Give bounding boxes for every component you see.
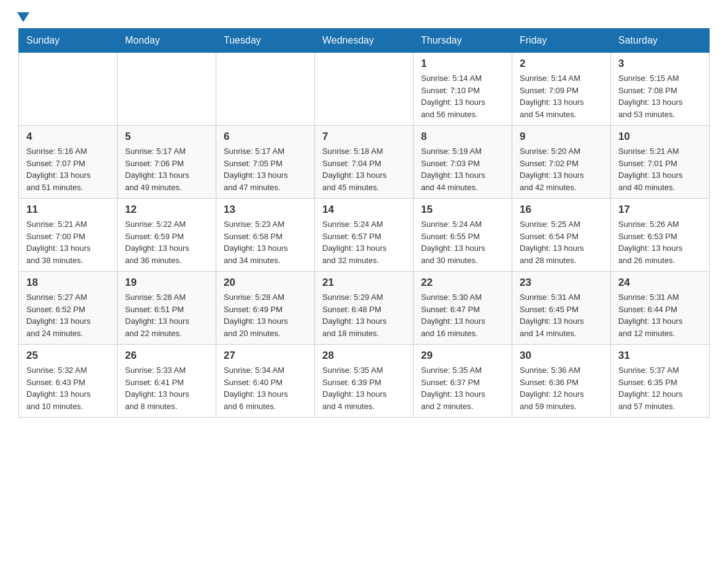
day-number: 17 [618,204,702,216]
day-number: 19 [125,277,208,289]
calendar-cell: 25Sunrise: 5:32 AM Sunset: 6:43 PM Dayli… [19,345,118,418]
day-info: Sunrise: 5:21 AM Sunset: 7:00 PM Dayligh… [26,218,110,266]
calendar-cell: 19Sunrise: 5:28 AM Sunset: 6:51 PM Dayli… [118,272,216,345]
day-info: Sunrise: 5:28 AM Sunset: 6:51 PM Dayligh… [125,291,208,339]
day-number: 1 [421,58,504,70]
day-info: Sunrise: 5:33 AM Sunset: 6:41 PM Dayligh… [125,364,208,412]
day-number: 29 [421,350,504,362]
day-number: 16 [520,204,603,216]
day-info: Sunrise: 5:32 AM Sunset: 6:43 PM Dayligh… [26,364,110,412]
calendar-week-row: 18Sunrise: 5:27 AM Sunset: 6:52 PM Dayli… [19,272,710,345]
day-info: Sunrise: 5:24 AM Sunset: 6:55 PM Dayligh… [421,218,504,266]
day-info: Sunrise: 5:18 AM Sunset: 7:04 PM Dayligh… [322,145,406,193]
weekday-header-monday: Monday [118,29,216,53]
calendar-cell [216,53,315,126]
day-info: Sunrise: 5:31 AM Sunset: 6:45 PM Dayligh… [520,291,603,339]
day-info: Sunrise: 5:15 AM Sunset: 7:08 PM Dayligh… [618,72,702,120]
day-number: 24 [618,277,702,289]
calendar-cell: 5Sunrise: 5:17 AM Sunset: 7:06 PM Daylig… [118,126,216,199]
day-number: 14 [322,204,406,216]
day-info: Sunrise: 5:30 AM Sunset: 6:47 PM Dayligh… [421,291,504,339]
weekday-header-wednesday: Wednesday [315,29,414,53]
calendar-cell: 21Sunrise: 5:29 AM Sunset: 6:48 PM Dayli… [315,272,414,345]
calendar-cell: 3Sunrise: 5:15 AM Sunset: 7:08 PM Daylig… [611,53,710,126]
day-number: 3 [618,58,702,70]
calendar-cell: 16Sunrise: 5:25 AM Sunset: 6:54 PM Dayli… [512,199,611,272]
day-number: 5 [125,131,208,143]
day-number: 27 [224,350,307,362]
day-info: Sunrise: 5:19 AM Sunset: 7:03 PM Dayligh… [421,145,504,193]
day-number: 11 [26,204,110,216]
day-info: Sunrise: 5:23 AM Sunset: 6:58 PM Dayligh… [224,218,307,266]
calendar-cell: 11Sunrise: 5:21 AM Sunset: 7:00 PM Dayli… [19,199,118,272]
calendar-cell: 18Sunrise: 5:27 AM Sunset: 6:52 PM Dayli… [19,272,118,345]
calendar-cell [118,53,216,126]
day-number: 23 [520,277,603,289]
day-number: 26 [125,350,208,362]
calendar-cell: 17Sunrise: 5:26 AM Sunset: 6:53 PM Dayli… [611,199,710,272]
day-info: Sunrise: 5:28 AM Sunset: 6:49 PM Dayligh… [224,291,307,339]
logo [18,12,29,22]
weekday-header-tuesday: Tuesday [216,29,315,53]
calendar-cell: 31Sunrise: 5:37 AM Sunset: 6:35 PM Dayli… [611,345,710,418]
header [18,12,710,22]
day-info: Sunrise: 5:21 AM Sunset: 7:01 PM Dayligh… [618,145,702,193]
day-info: Sunrise: 5:35 AM Sunset: 6:39 PM Dayligh… [322,364,406,412]
day-info: Sunrise: 5:20 AM Sunset: 7:02 PM Dayligh… [520,145,603,193]
calendar-cell: 1Sunrise: 5:14 AM Sunset: 7:10 PM Daylig… [414,53,512,126]
calendar-cell: 26Sunrise: 5:33 AM Sunset: 6:41 PM Dayli… [118,345,216,418]
calendar-cell: 2Sunrise: 5:14 AM Sunset: 7:09 PM Daylig… [512,53,611,126]
day-number: 10 [618,131,702,143]
calendar-cell: 6Sunrise: 5:17 AM Sunset: 7:05 PM Daylig… [216,126,315,199]
calendar-cell: 9Sunrise: 5:20 AM Sunset: 7:02 PM Daylig… [512,126,611,199]
calendar-week-row: 25Sunrise: 5:32 AM Sunset: 6:43 PM Dayli… [19,345,710,418]
day-number: 25 [26,350,110,362]
calendar-cell: 7Sunrise: 5:18 AM Sunset: 7:04 PM Daylig… [315,126,414,199]
calendar-week-row: 1Sunrise: 5:14 AM Sunset: 7:10 PM Daylig… [19,53,710,126]
weekday-header-sunday: Sunday [19,29,118,53]
day-number: 7 [322,131,406,143]
calendar-table: SundayMondayTuesdayWednesdayThursdayFrid… [18,28,710,418]
calendar-cell: 29Sunrise: 5:35 AM Sunset: 6:37 PM Dayli… [414,345,512,418]
day-number: 21 [322,277,406,289]
calendar-week-row: 4Sunrise: 5:16 AM Sunset: 7:07 PM Daylig… [19,126,710,199]
day-number: 2 [520,58,603,70]
weekday-header-friday: Friday [512,29,611,53]
day-number: 31 [618,350,702,362]
calendar-cell: 14Sunrise: 5:24 AM Sunset: 6:57 PM Dayli… [315,199,414,272]
logo-triangle-icon [17,12,29,22]
day-info: Sunrise: 5:27 AM Sunset: 6:52 PM Dayligh… [26,291,110,339]
day-info: Sunrise: 5:37 AM Sunset: 6:35 PM Dayligh… [618,364,702,412]
day-info: Sunrise: 5:34 AM Sunset: 6:40 PM Dayligh… [224,364,307,412]
day-info: Sunrise: 5:17 AM Sunset: 7:06 PM Dayligh… [125,145,208,193]
day-number: 15 [421,204,504,216]
day-number: 28 [322,350,406,362]
calendar-cell: 24Sunrise: 5:31 AM Sunset: 6:44 PM Dayli… [611,272,710,345]
day-info: Sunrise: 5:14 AM Sunset: 7:10 PM Dayligh… [421,72,504,120]
day-info: Sunrise: 5:35 AM Sunset: 6:37 PM Dayligh… [421,364,504,412]
weekday-header-row: SundayMondayTuesdayWednesdayThursdayFrid… [19,29,710,53]
calendar-cell: 27Sunrise: 5:34 AM Sunset: 6:40 PM Dayli… [216,345,315,418]
day-info: Sunrise: 5:29 AM Sunset: 6:48 PM Dayligh… [322,291,406,339]
calendar-cell: 15Sunrise: 5:24 AM Sunset: 6:55 PM Dayli… [414,199,512,272]
day-info: Sunrise: 5:17 AM Sunset: 7:05 PM Dayligh… [224,145,307,193]
calendar-cell [19,53,118,126]
calendar-cell: 20Sunrise: 5:28 AM Sunset: 6:49 PM Dayli… [216,272,315,345]
day-number: 30 [520,350,603,362]
day-info: Sunrise: 5:14 AM Sunset: 7:09 PM Dayligh… [520,72,603,120]
calendar-cell: 10Sunrise: 5:21 AM Sunset: 7:01 PM Dayli… [611,126,710,199]
day-number: 12 [125,204,208,216]
day-number: 8 [421,131,504,143]
day-number: 4 [26,131,110,143]
weekday-header-thursday: Thursday [414,29,512,53]
calendar-cell: 28Sunrise: 5:35 AM Sunset: 6:39 PM Dayli… [315,345,414,418]
calendar-cell: 30Sunrise: 5:36 AM Sunset: 6:36 PM Dayli… [512,345,611,418]
day-info: Sunrise: 5:22 AM Sunset: 6:59 PM Dayligh… [125,218,208,266]
calendar-cell: 12Sunrise: 5:22 AM Sunset: 6:59 PM Dayli… [118,199,216,272]
day-info: Sunrise: 5:25 AM Sunset: 6:54 PM Dayligh… [520,218,603,266]
day-number: 9 [520,131,603,143]
calendar-cell: 22Sunrise: 5:30 AM Sunset: 6:47 PM Dayli… [414,272,512,345]
day-info: Sunrise: 5:36 AM Sunset: 6:36 PM Dayligh… [520,364,603,412]
day-number: 20 [224,277,307,289]
calendar-week-row: 11Sunrise: 5:21 AM Sunset: 7:00 PM Dayli… [19,199,710,272]
